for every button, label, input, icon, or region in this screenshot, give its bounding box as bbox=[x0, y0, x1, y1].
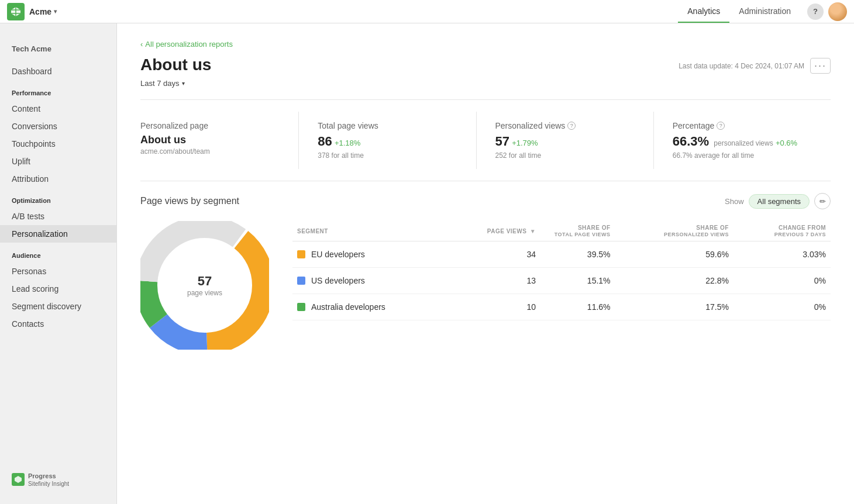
app-logo bbox=[7, 3, 25, 20]
td-segment-us: US developers bbox=[292, 268, 448, 294]
segment-header: Page views by segment Show All segments … bbox=[140, 193, 831, 209]
segment-color-au bbox=[297, 303, 305, 311]
breadcrumb[interactable]: ‹ All personalization reports bbox=[140, 40, 831, 49]
sidebar-item-touchpoints[interactable]: Touchpoints bbox=[0, 135, 116, 153]
percentage-info-icon[interactable]: ? bbox=[717, 122, 725, 130]
segment-edit-button[interactable]: ✏ bbox=[814, 193, 831, 209]
table-row: EU developers 34 39.5% 59.6% 3.03% bbox=[292, 241, 831, 268]
help-button[interactable]: ? bbox=[807, 4, 824, 20]
segment-name-cell-eu: EU developers bbox=[297, 250, 443, 259]
sidebar-section-audience: Audience bbox=[0, 243, 116, 263]
td-change-us: 0% bbox=[734, 268, 831, 294]
page-header-right: Last data update: 4 Dec 2024, 01:07 AM ·… bbox=[679, 58, 831, 74]
segment-name-cell-us: US developers bbox=[297, 276, 443, 285]
donut-svg bbox=[140, 221, 269, 350]
sidebar-item-content[interactable]: Content bbox=[0, 100, 116, 118]
td-share-pv-us: 22.8% bbox=[615, 268, 734, 294]
segment-color-eu bbox=[297, 250, 305, 258]
sidebar-item-personalization[interactable]: Personalization bbox=[0, 225, 116, 243]
metric-pct-value: 66.3% personalized views +0.6% bbox=[673, 134, 831, 149]
sidebar-item-lead-scoring[interactable]: Lead scoring bbox=[0, 280, 116, 298]
sidebar-item-contacts[interactable]: Contacts bbox=[0, 315, 116, 333]
metric-personalized-views: Personalized views ? 57 +1.79% 252 for a… bbox=[477, 112, 654, 169]
segment-table-header-row: SEGMENT PAGE VIEWS ▼ SHARE OFTOTAL PAGE … bbox=[292, 221, 831, 241]
topnav-analytics-link[interactable]: Analytics bbox=[678, 0, 729, 23]
sidebar-footer: Progress Sitefinity Insight bbox=[0, 462, 116, 497]
metric-personalized-page-label: Personalized page bbox=[140, 121, 298, 130]
sidebar-item-dashboard[interactable]: Dashboard bbox=[0, 63, 116, 80]
topnav-right: ? bbox=[807, 2, 847, 21]
personalized-views-info-icon[interactable]: ? bbox=[567, 122, 576, 130]
td-share-total-us: 15.1% bbox=[540, 268, 615, 294]
sidebar-item-conversions[interactable]: Conversions bbox=[0, 118, 116, 135]
sidebar-item-attribution[interactable]: Attribution bbox=[0, 170, 116, 188]
app-layout: Tech Acme Dashboard Performance Content … bbox=[0, 0, 854, 504]
sidebar-item-personas[interactable]: Personas bbox=[0, 263, 116, 280]
metric-total-page-views-label: Total page views bbox=[318, 121, 476, 130]
td-segment-eu: EU developers bbox=[292, 241, 448, 268]
date-filter-label: Last 7 days bbox=[140, 79, 180, 88]
date-filter[interactable]: Last 7 days ▾ bbox=[140, 79, 831, 88]
segment-show-label: Show bbox=[725, 197, 744, 206]
footer-brand: Progress Sitefinity Insight bbox=[12, 472, 105, 488]
topnav-administration-link[interactable]: Administration bbox=[729, 0, 800, 23]
sidebar-section-performance: Performance bbox=[0, 80, 116, 100]
td-share-total-au: 11.6% bbox=[540, 294, 615, 320]
main-content-area: ‹ All personalization reports About us L… bbox=[117, 23, 854, 504]
sidebar: Tech Acme Dashboard Performance Content … bbox=[0, 23, 117, 504]
divider-1 bbox=[140, 99, 831, 100]
more-options-button[interactable]: ··· bbox=[810, 58, 831, 74]
divider-2 bbox=[140, 181, 831, 181]
sidebar-item-segment-discovery[interactable]: Segment discovery bbox=[0, 298, 116, 315]
metric-pv-value: 57 +1.79% bbox=[495, 134, 653, 149]
metric-pct-alltime: 66.7% average for all time bbox=[673, 151, 831, 160]
th-share-personalized: SHARE OFPERSONALIZED VIEWS bbox=[615, 221, 734, 241]
segment-table-head: SEGMENT PAGE VIEWS ▼ SHARE OFTOTAL PAGE … bbox=[292, 221, 831, 241]
donut-center bbox=[159, 240, 250, 331]
segment-all-segments-pill[interactable]: All segments bbox=[749, 194, 810, 209]
segment-section-title: Page views by segment bbox=[140, 196, 239, 206]
page-title: About us bbox=[140, 56, 211, 74]
brand-chevron-icon: ▾ bbox=[54, 8, 57, 15]
date-filter-chevron-icon: ▾ bbox=[182, 80, 185, 87]
sidebar-section-optimization: Optimization bbox=[0, 188, 116, 208]
metric-personalized-views-label: Personalized views ? bbox=[495, 121, 653, 130]
last-update-label: Last data update: 4 Dec 2024, 01:07 AM bbox=[679, 62, 804, 70]
footer-logo bbox=[12, 473, 25, 486]
metric-total-alltime: 378 for all time bbox=[318, 151, 476, 160]
metric-total-page-views: Total page views 86 +1.18% 378 for all t… bbox=[299, 112, 476, 169]
breadcrumb-arrow-icon: ‹ bbox=[140, 40, 143, 49]
metric-total-value: 86 +1.18% bbox=[318, 134, 476, 149]
metric-page-name: About us bbox=[140, 134, 298, 146]
svg-marker-0 bbox=[15, 476, 22, 483]
th-segment: SEGMENT bbox=[292, 221, 448, 241]
metric-percentage: Percentage ? 66.3% personalized views +0… bbox=[654, 112, 831, 169]
td-pv-eu: 34 bbox=[448, 241, 540, 268]
chart-table-row: 57 page views SEGMENT PAGE VIEWS ▼ SHARE… bbox=[140, 221, 831, 350]
td-pv-au: 10 bbox=[448, 294, 540, 320]
brand-name[interactable]: Acme ▾ bbox=[29, 7, 57, 16]
segment-name-cell-au: Australia developers bbox=[297, 302, 443, 312]
donut-chart: 57 page views bbox=[140, 221, 269, 350]
sidebar-item-uplift[interactable]: Uplift bbox=[0, 153, 116, 170]
td-share-pv-au: 17.5% bbox=[615, 294, 734, 320]
avatar-image bbox=[828, 2, 847, 21]
segment-show-controls: Show All segments ✏ bbox=[725, 193, 831, 209]
topnav-links: Analytics Administration bbox=[678, 0, 800, 23]
th-page-views[interactable]: PAGE VIEWS ▼ bbox=[448, 221, 540, 241]
page-header: About us Last data update: 4 Dec 2024, 0… bbox=[140, 56, 831, 74]
td-change-eu: 3.03% bbox=[734, 241, 831, 268]
segment-color-us bbox=[297, 277, 305, 285]
metric-page-url: acme.com/about/team bbox=[140, 147, 298, 156]
segment-table: SEGMENT PAGE VIEWS ▼ SHARE OFTOTAL PAGE … bbox=[292, 221, 831, 320]
main-content: ‹ All personalization reports About us L… bbox=[117, 23, 854, 373]
user-avatar[interactable] bbox=[828, 2, 847, 21]
edit-icon: ✏ bbox=[819, 197, 826, 206]
table-row: US developers 13 15.1% 22.8% 0% bbox=[292, 268, 831, 294]
th-change: CHANGE FROMPREVIOUS 7 DAYS bbox=[734, 221, 831, 241]
metrics-row: Personalized page About us acme.com/abou… bbox=[140, 112, 831, 169]
sidebar-item-ab-tests[interactable]: A/B tests bbox=[0, 208, 116, 225]
metric-pv-alltime: 252 for all time bbox=[495, 151, 653, 160]
sort-icon: ▼ bbox=[530, 228, 536, 234]
table-row: Australia developers 10 11.6% 17.5% 0% bbox=[292, 294, 831, 320]
